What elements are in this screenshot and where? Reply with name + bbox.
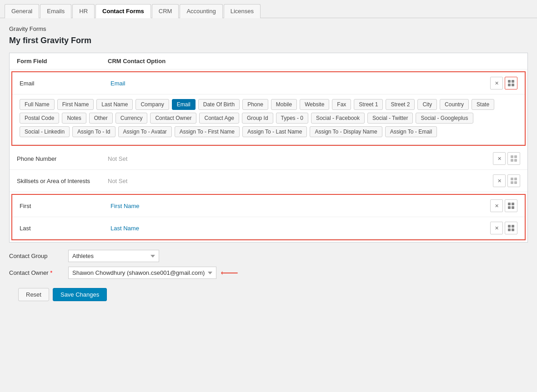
contact-owner-row: Contact Owner * Shawon Chowdhury (shawon… bbox=[9, 267, 528, 279]
contact-group-select[interactable]: Athletes Clients Leads Partners bbox=[68, 250, 159, 262]
x-icon bbox=[497, 178, 502, 184]
tag-street-2[interactable]: Street 2 bbox=[386, 99, 415, 110]
save-button[interactable]: Save Changes bbox=[53, 288, 107, 301]
email-row-actions bbox=[490, 77, 517, 89]
page-wrap: General Emails HR Contact Forms CRM Acco… bbox=[0, 0, 537, 319]
skillsets-row: Skillsets or Area of Interests Not Set bbox=[10, 170, 527, 192]
table-header: Form Field CRM Contact Option bbox=[10, 53, 527, 69]
email-grid-button[interactable] bbox=[505, 77, 517, 89]
tag-full-name[interactable]: Full Name bbox=[20, 99, 55, 110]
svg-marker-1 bbox=[221, 271, 222, 275]
tab-general[interactable]: General bbox=[5, 4, 39, 18]
skillsets-row-value: Not Set bbox=[108, 178, 493, 184]
last-row-actions bbox=[490, 222, 517, 234]
x-icon bbox=[495, 203, 499, 209]
contact-owner-select[interactable]: Shawon Chowdhury (shawon.cse001@gmail.co… bbox=[68, 267, 216, 279]
tag-website[interactable]: Website bbox=[300, 99, 329, 110]
skillsets-grid-button[interactable] bbox=[507, 174, 520, 187]
tag-mobile[interactable]: Mobile bbox=[271, 99, 297, 110]
last-row-label: Last bbox=[20, 225, 110, 232]
tag-other[interactable]: Other bbox=[89, 113, 113, 124]
tag-company[interactable]: Company bbox=[136, 99, 169, 110]
tabs-bar: General Emails HR Contact Forms CRM Acco… bbox=[0, 0, 537, 18]
tag-social-googleplus[interactable]: Social - Googleplus bbox=[416, 113, 473, 124]
tag-assign-to-display-name[interactable]: Assign To - Display Name bbox=[310, 126, 382, 137]
main-card: Form Field CRM Contact Option Email Emai… bbox=[9, 53, 528, 243]
tab-accounting[interactable]: Accounting bbox=[180, 4, 222, 18]
phone-row: Phone Number Not Set bbox=[10, 148, 527, 170]
tag-email[interactable]: Email bbox=[172, 99, 196, 110]
last-clear-button[interactable] bbox=[490, 222, 503, 234]
skillsets-row-label: Skillsets or Area of Interests bbox=[17, 178, 108, 184]
skillsets-row-actions bbox=[493, 174, 520, 187]
tag-group-id[interactable]: Group Id bbox=[242, 113, 273, 124]
grid-icon bbox=[508, 203, 514, 209]
phone-row-actions bbox=[493, 152, 520, 165]
button-bar: Reset Save Changes bbox=[9, 283, 528, 310]
arrow-indicator bbox=[221, 268, 239, 278]
tag-types-0[interactable]: Types - 0 bbox=[276, 113, 308, 124]
tab-crm[interactable]: CRM bbox=[152, 4, 179, 18]
email-row-value: Email bbox=[110, 80, 490, 87]
grid-icon bbox=[508, 225, 514, 231]
contact-group-label: Contact Group bbox=[9, 253, 64, 259]
breadcrumb: Gravity Forms bbox=[9, 25, 528, 32]
grid-icon bbox=[511, 178, 517, 184]
tag-social-linkedin[interactable]: Social - Linkedin bbox=[20, 126, 70, 137]
phone-row-label: Phone Number bbox=[17, 155, 108, 162]
arrow-icon bbox=[221, 268, 239, 278]
name-section: First First Name bbox=[11, 194, 526, 240]
page-title: My first Gravity Form bbox=[9, 36, 528, 45]
email-clear-button[interactable] bbox=[490, 77, 503, 89]
tag-currency[interactable]: Currency bbox=[115, 113, 148, 124]
tab-emails[interactable]: Emails bbox=[40, 4, 71, 18]
first-row-label: First bbox=[20, 203, 110, 209]
tag-phone[interactable]: Phone bbox=[242, 99, 268, 110]
tab-hr[interactable]: HR bbox=[72, 4, 95, 18]
tag-social-twitter[interactable]: Social - Twitter bbox=[367, 113, 413, 124]
tag-postal-code[interactable]: Postal Code bbox=[20, 113, 59, 124]
tags-wrap: Full NameFirst NameLast NameCompanyEmail… bbox=[20, 99, 517, 137]
last-grid-button[interactable] bbox=[505, 222, 517, 234]
first-row-actions bbox=[490, 199, 517, 212]
first-row: First First Name bbox=[12, 195, 525, 217]
x-icon bbox=[495, 225, 499, 231]
grid-icon bbox=[508, 80, 514, 86]
col-crm-option-header: CRM Contact Option bbox=[108, 58, 520, 65]
col-form-field-header: Form Field bbox=[17, 58, 108, 65]
x-icon bbox=[495, 80, 499, 86]
tab-licenses[interactable]: Licenses bbox=[224, 4, 261, 18]
content-area: Gravity Forms My first Gravity Form Form… bbox=[0, 18, 537, 319]
tag-country[interactable]: Country bbox=[440, 99, 469, 110]
tag-last-name[interactable]: Last Name bbox=[96, 99, 133, 110]
first-clear-button[interactable] bbox=[490, 199, 503, 212]
phone-row-value: Not Set bbox=[108, 155, 493, 162]
tag-contact-age[interactable]: Contact Age bbox=[199, 113, 239, 124]
first-grid-button[interactable] bbox=[505, 199, 517, 212]
skillsets-clear-button[interactable] bbox=[493, 174, 506, 187]
tag-date-of-birth[interactable]: Date Of Birth bbox=[198, 99, 240, 110]
phone-grid-button[interactable] bbox=[507, 152, 520, 165]
tag-assign-to-last-name[interactable]: Assign To - Last Name bbox=[242, 126, 307, 137]
tag-city[interactable]: City bbox=[417, 99, 437, 110]
tag-state[interactable]: State bbox=[472, 99, 494, 110]
required-indicator: * bbox=[49, 269, 53, 276]
tag-social-facebook[interactable]: Social - Facebook bbox=[311, 113, 365, 124]
tag-assign-to-id[interactable]: Assign To - Id bbox=[72, 126, 115, 137]
tag-street-1[interactable]: Street 1 bbox=[354, 99, 383, 110]
tag-first-name[interactable]: First Name bbox=[57, 99, 94, 110]
last-row-value: Last Name bbox=[110, 225, 490, 232]
tag-contact-owner[interactable]: Contact Owner bbox=[150, 113, 196, 124]
email-row-label: Email bbox=[20, 80, 110, 87]
first-row-value: First Name bbox=[110, 203, 490, 209]
tag-notes[interactable]: Notes bbox=[62, 113, 86, 124]
tag-assign-to-avatar[interactable]: Assign To - Avatar bbox=[118, 126, 172, 137]
tag-assign-to-email[interactable]: Assign To - Email bbox=[385, 126, 437, 137]
tag-assign-to-first-name[interactable]: Assign To - First Name bbox=[175, 126, 240, 137]
x-icon bbox=[497, 155, 502, 162]
phone-clear-button[interactable] bbox=[493, 152, 506, 165]
tags-panel: Full NameFirst NameLast NameCompanyEmail… bbox=[12, 94, 525, 145]
reset-button[interactable]: Reset bbox=[18, 288, 49, 301]
tab-contact-forms[interactable]: Contact Forms bbox=[95, 4, 151, 18]
tag-fax[interactable]: Fax bbox=[332, 99, 351, 110]
